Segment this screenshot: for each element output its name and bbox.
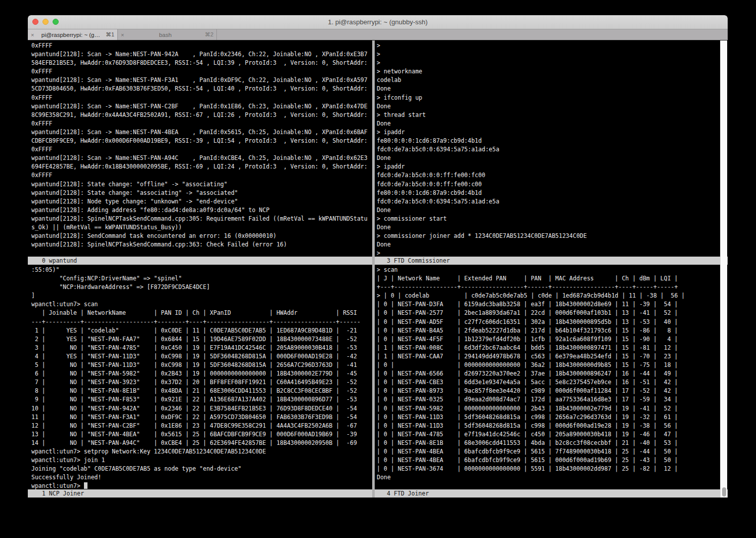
pane-status-wpantund: 0 wpantund [28,257,389,265]
ftd-commissioner-output: > > > > networkname codelab Done > ifcon… [375,40,720,257]
scrollbar[interactable] [720,40,727,498]
traffic-lights [32,19,59,25]
tab-bash[interactable]: × bash ⌘2 [118,29,217,40]
pane-status-ftd-joiner: 4 FTD Joiner [375,489,728,498]
tab-shortcut: ⌘1 [106,31,114,38]
tab-bar-filler [217,29,728,40]
terminal-window: 1. pi@raspberrypi: ~ (gnubby-ssh) × pi@r… [28,15,728,527]
tab-label: pi@raspberrypi: ~ (g… [38,32,104,38]
pane-ftd-commissioner[interactable]: > > > > networkname codelab Done > ifcon… [375,40,720,257]
close-window-button[interactable] [32,19,38,25]
window-title: 1. pi@raspberrypi: ~ (gnubby-ssh) [28,15,728,29]
ncp-joiner-output: :55:05)" "Config:NCP:DriverName" => "spi… [28,265,372,482]
titlebar[interactable]: 1. pi@raspberrypi: ~ (gnubby-ssh) [28,15,728,29]
tab-label: bash [128,32,203,38]
tab-close-icon[interactable]: × [31,32,38,38]
pane-divider[interactable] [372,40,375,498]
tab-close-icon[interactable]: × [121,32,128,38]
pane-wpantund[interactable]: 0xFFFF wpantund[2128]: Scan -> Name:NEST… [28,40,372,257]
wpantund-log: 0xFFFF wpantund[2128]: Scan -> Name:NEST… [28,40,372,249]
wpanctl-prompt[interactable]: wpanctl:utun7> [28,482,372,489]
zoom-window-button[interactable] [53,19,59,25]
terminal-content: 0xFFFF wpantund[2128]: Scan -> Name:NEST… [28,40,728,527]
terminal-cursor [84,482,87,489]
tab-ssh[interactable]: × pi@raspberrypi: ~ (g… ⌘1 [28,29,118,40]
minimize-window-button[interactable] [42,19,49,25]
pane-status-ftd-commissioner: 3 FTD Commissioner [375,257,728,265]
pane-ftd-joiner[interactable]: > scan | J | Network Name | Extended PAN… [375,265,720,489]
pane-status-ncp-joiner: 1 NCP Joiner [28,489,389,498]
scrollbar-thumb[interactable] [722,487,726,496]
pane-ncp-joiner[interactable]: :55:05)" "Config:NCP:DriverName" => "spi… [28,265,372,489]
ftd-joiner-output: > scan | J | Network Name | Extended PAN… [375,265,720,482]
tab-bar: × pi@raspberrypi: ~ (g… ⌘1 × bash ⌘2 [28,29,728,40]
tab-shortcut: ⌘2 [205,31,213,38]
prompt-text: wpanctl:utun7> [31,482,84,489]
